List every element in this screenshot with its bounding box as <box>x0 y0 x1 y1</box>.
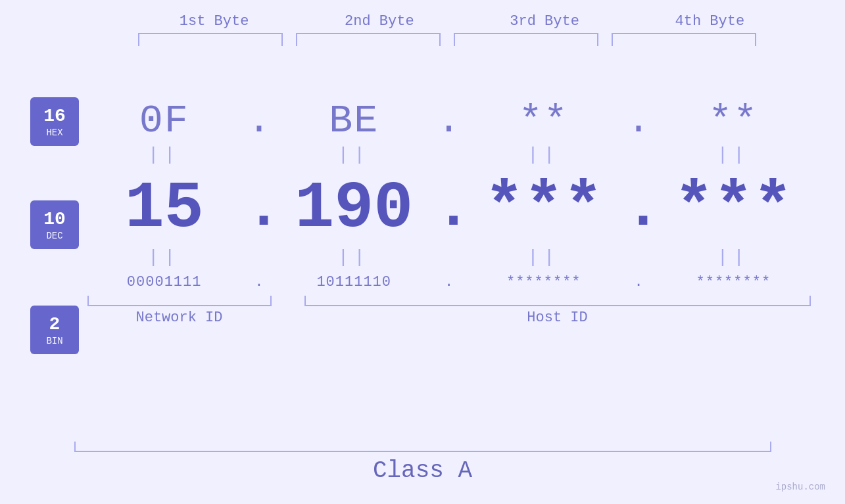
hex-byte3: ** <box>471 99 616 143</box>
dec-dot2: . <box>435 175 462 242</box>
bottom-brackets <box>87 296 811 306</box>
byte4-header: 4th Byte <box>637 13 782 30</box>
dec-byte4: *** <box>661 172 806 246</box>
id-labels: Network ID Host ID <box>87 309 811 326</box>
class-line <box>74 442 771 452</box>
hex-dot1: . <box>246 99 272 143</box>
byte2-header: 2nd Byte <box>307 13 452 30</box>
bracket-byte2 <box>296 33 441 46</box>
dec-dot3: . <box>625 175 652 242</box>
bracket-byte4 <box>612 33 756 46</box>
dec-byte2: 190 <box>281 172 426 246</box>
eq-row1: || || || || <box>87 145 811 165</box>
bin-dot3: . <box>625 274 652 290</box>
class-label: Class A <box>373 457 472 484</box>
class-row: Class A <box>0 442 845 484</box>
top-brackets <box>53 33 792 46</box>
watermark: ipshu.com <box>775 482 825 492</box>
dec-byte1: 15 <box>92 172 237 246</box>
bracket-byte1 <box>138 33 283 46</box>
network-id-label: Network ID <box>87 309 272 326</box>
hex-dot3: . <box>625 99 652 143</box>
dec-byte3: *** <box>471 172 616 246</box>
dec-dot1: . <box>246 175 272 242</box>
bin-byte3: ******** <box>471 274 616 290</box>
hex-byte4: ** <box>661 99 806 143</box>
bin-byte4: ******** <box>661 274 806 290</box>
byte3-header: 3rd Byte <box>472 13 617 30</box>
bin-byte1: 00001111 <box>92 274 237 290</box>
rows-wrapper: 0F . BE . ** . ** || || || || <box>0 59 845 326</box>
hex-row: 0F . BE . ** . ** <box>87 99 811 143</box>
host-bracket <box>304 296 811 306</box>
main-container: 1st Byte 2nd Byte 3rd Byte 4th Byte 16 H… <box>0 0 845 504</box>
bin-dot2: . <box>435 274 462 290</box>
host-id-label: Host ID <box>304 309 811 326</box>
dec-row: 15 . 190 . *** . *** <box>87 172 811 246</box>
hex-byte1: 0F <box>92 99 237 143</box>
bin-row: 00001111 . 10111110 . ******** . *******… <box>87 274 811 290</box>
eq-row2: || || || || <box>87 247 811 267</box>
hex-dot2: . <box>435 99 462 143</box>
bracket-byte3 <box>454 33 598 46</box>
bin-dot1: . <box>246 274 272 290</box>
byte-headers: 1st Byte 2nd Byte 3rd Byte 4th Byte <box>53 0 792 30</box>
hex-byte2: BE <box>281 99 426 143</box>
byte1-header: 1st Byte <box>142 13 287 30</box>
bin-label: BIN <box>46 336 62 346</box>
bin-byte2: 10111110 <box>281 274 426 290</box>
network-bracket <box>87 296 272 306</box>
